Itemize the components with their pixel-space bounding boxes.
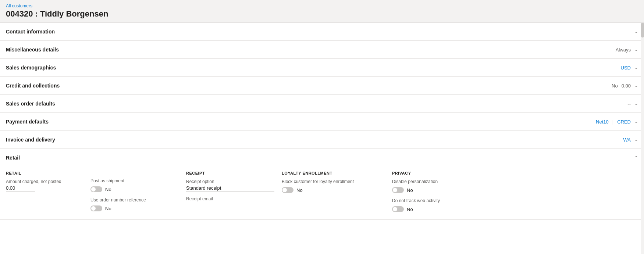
payment-defaults-title: Payment defaults	[6, 119, 49, 125]
breadcrumb-link[interactable]: All customers	[6, 3, 32, 8]
payment-defaults-net: Net10	[596, 119, 609, 125]
contact-information-right: ⌄	[634, 29, 638, 34]
retail-col4: LOYALTY ENROLLMENT Block customer for lo…	[282, 171, 392, 212]
contact-information-header[interactable]: Contact information ⌄	[0, 23, 644, 40]
accordion-payment-defaults: Payment defaults Net10 | CRED ⌄	[0, 113, 644, 131]
miscellaneous-details-chevron: ⌄	[634, 47, 638, 52]
credit-collections-title: Credit and collections	[6, 83, 60, 89]
retail-amount-value: 0.00	[6, 185, 35, 192]
accordion-invoice-delivery: Invoice and delivery WA ⌄	[0, 131, 644, 149]
sales-order-defaults-title: Sales order defaults	[6, 101, 55, 107]
receipt-email-label: Receipt email	[186, 196, 274, 201]
sales-order-defaults-chevron: ⌄	[634, 101, 638, 106]
do-not-track-value: No	[407, 207, 413, 212]
payment-defaults-chevron: ⌄	[634, 119, 638, 124]
payment-defaults-header[interactable]: Payment defaults Net10 | CRED ⌄	[0, 113, 644, 130]
block-customer-label: Block customer for loyalty enrollment	[282, 179, 385, 184]
retail-col5: PRIVACY Disable personalization No Do no…	[392, 171, 502, 212]
use-order-number-label: Use order number reference	[90, 197, 179, 203]
retail-chevron: ⌃	[634, 155, 638, 160]
receipt-option-label: Receipt option	[186, 179, 274, 184]
miscellaneous-details-summary: Always	[616, 47, 631, 53]
payment-defaults-separator: |	[612, 119, 613, 125]
sales-demographics-title: Sales demographics	[6, 65, 56, 71]
credit-collections-right: No 0.00 ⌄	[612, 83, 638, 89]
use-order-number-value: No	[105, 206, 111, 211]
credit-collections-header[interactable]: Credit and collections No 0.00 ⌄	[0, 77, 644, 94]
accordion-miscellaneous-details: Miscellaneous details Always ⌄	[0, 41, 644, 59]
miscellaneous-details-right: Always ⌄	[616, 47, 638, 53]
credit-collections-val: 0.00	[622, 83, 631, 89]
block-customer-toggle-row: No	[282, 187, 385, 193]
invoice-delivery-chevron: ⌄	[634, 137, 638, 142]
retail-col1: RETAIL Amount charged, not posted 0.00	[6, 171, 90, 212]
contact-information-chevron: ⌄	[634, 29, 638, 34]
post-shipment-toggle[interactable]	[90, 186, 102, 192]
scrollbar-thumb[interactable]	[641, 23, 644, 37]
accordion-sales-demographics: Sales demographics USD ⌄	[0, 59, 644, 77]
retail-col3: RECEIPT Receipt option Standard receipt …	[186, 171, 282, 212]
invoice-delivery-header[interactable]: Invoice and delivery WA ⌄	[0, 131, 644, 149]
retail-grid: RETAIL Amount charged, not posted 0.00 P…	[6, 167, 638, 212]
payment-defaults-cred: CRED	[617, 119, 631, 125]
retail-col5-header: PRIVACY	[392, 171, 495, 175]
do-not-track-toggle-row: No	[392, 206, 495, 212]
credit-collections-no: No	[612, 83, 618, 89]
accordion-sales-order-defaults: Sales order defaults -- ⌄	[0, 95, 644, 113]
miscellaneous-details-title: Miscellaneous details	[6, 47, 59, 53]
do-not-track-label: Do not track web activity	[392, 198, 495, 203]
sales-order-defaults-right: -- ⌄	[627, 101, 638, 107]
do-not-track-toggle[interactable]	[392, 206, 404, 212]
contact-information-title: Contact information	[6, 29, 55, 35]
retail-col2: Post as shipment No Use order number ref…	[90, 171, 186, 212]
retail-expanded: RETAIL Amount charged, not posted 0.00 P…	[0, 167, 644, 219]
sales-order-defaults-summary: --	[627, 101, 631, 107]
use-order-number-toggle-row: No	[90, 205, 179, 211]
page-container: All customers 004320 : Tiddly Borgensen …	[0, 0, 644, 254]
sales-demographics-header[interactable]: Sales demographics USD ⌄	[0, 59, 644, 76]
sales-demographics-right: USD ⌄	[621, 65, 638, 71]
disable-personalization-toggle[interactable]	[392, 187, 404, 193]
receipt-option-value[interactable]: Standard receipt	[186, 185, 274, 192]
retail-header[interactable]: Retail ⌃	[0, 149, 644, 167]
payment-defaults-right: Net10 | CRED ⌄	[596, 119, 638, 125]
retail-col4-header: LOYALTY ENROLLMENT	[282, 171, 385, 175]
retail-col3-header: RECEIPT	[186, 171, 274, 175]
invoice-delivery-title: Invoice and delivery	[6, 137, 55, 143]
retail-amount-label: Amount charged, not posted	[6, 179, 83, 184]
post-shipment-toggle-row: No	[90, 186, 179, 192]
retail-col1-header: RETAIL	[6, 171, 83, 175]
accordion-credit-collections: Credit and collections No 0.00 ⌄	[0, 77, 644, 95]
block-customer-value: No	[296, 187, 303, 193]
miscellaneous-details-header[interactable]: Miscellaneous details Always ⌄	[0, 41, 644, 58]
content-area: Contact information ⌄ Miscellaneous deta…	[0, 23, 644, 254]
accordion-contact-information: Contact information ⌄	[0, 23, 644, 41]
receipt-email-input[interactable]	[186, 203, 256, 210]
invoice-delivery-summary: WA	[623, 137, 631, 143]
page-header: All customers 004320 : Tiddly Borgensen	[0, 0, 644, 23]
sales-demographics-chevron: ⌄	[634, 65, 638, 70]
disable-personalization-value: No	[407, 187, 413, 193]
sales-demographics-summary: USD	[621, 65, 631, 71]
page-title: 004320 : Tiddly Borgensen	[6, 9, 638, 19]
retail-title: Retail	[6, 155, 20, 161]
disable-personalization-label: Disable personalization	[392, 179, 495, 184]
invoice-delivery-right: WA ⌄	[623, 137, 638, 143]
accordion-retail: Retail ⌃ RETAIL Amount charged, not post…	[0, 149, 644, 220]
credit-collections-chevron: ⌄	[634, 83, 638, 88]
retail-right: ⌃	[634, 155, 638, 160]
disable-personalization-toggle-row: No	[392, 187, 495, 193]
scrollbar-track	[641, 23, 644, 254]
use-order-number-toggle[interactable]	[90, 205, 102, 211]
post-shipment-value: No	[105, 187, 111, 192]
post-shipment-label: Post as shipment	[90, 178, 179, 183]
block-customer-toggle[interactable]	[282, 187, 293, 193]
sales-order-defaults-header[interactable]: Sales order defaults -- ⌄	[0, 95, 644, 112]
